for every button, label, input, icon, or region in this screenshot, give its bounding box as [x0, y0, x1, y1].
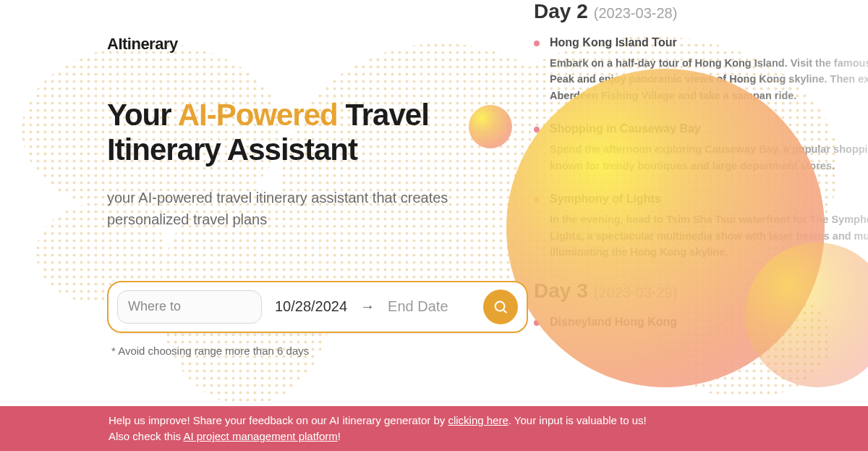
page-title: Your AI-Powered Travel Itinerary Assista… — [107, 98, 534, 168]
activity-title: Symphony of Lights — [550, 193, 868, 206]
brand-logo: AItinerary — [107, 35, 178, 54]
destination-input[interactable] — [128, 299, 251, 314]
svg-line-10 — [503, 309, 507, 313]
end-date-field[interactable]: End Date — [388, 298, 448, 315]
hero-section: Your AI-Powered Travel Itinerary Assista… — [107, 98, 534, 357]
destination-input-wrap[interactable] — [117, 290, 262, 324]
day-label: Day 3 — [534, 279, 588, 303]
feedback-banner: Help us improve! Share your feedback on … — [0, 406, 868, 451]
banner-text: Help us improve! Share your feedback on … — [109, 414, 448, 426]
search-bar: 10/28/2024 → End Date — [107, 281, 528, 333]
project-mgmt-link[interactable]: AI project management platform — [183, 430, 337, 442]
day-label: Day 2 — [534, 0, 588, 23]
itinerary-preview: Day 2 (2023-03-28) Hong Kong Island Tour… — [496, 0, 868, 347]
arrow-right-icon: → — [360, 298, 375, 315]
day-date: (2023-03-29) — [594, 284, 678, 301]
activity-title: Disneyland Hong Kong — [550, 316, 868, 329]
headline-pre: Your — [107, 98, 178, 132]
activity-item: Shopping in Causeway Bay Spend the after… — [550, 122, 868, 174]
activity-item: Symphony of Lights In the evening, head … — [550, 193, 868, 260]
activity-item: Hong Kong Island Tour Embark on a half-d… — [550, 36, 868, 104]
page-subtitle: your AI-powered travel itinerary assista… — [107, 187, 454, 230]
feedback-link[interactable]: clicking here — [448, 414, 508, 426]
activity-body: In the evening, head to Tsim Sha Tsui wa… — [550, 211, 868, 260]
activity-title: Hong Kong Island Tour — [550, 36, 868, 49]
activity-title: Shopping in Causeway Bay — [550, 122, 868, 135]
day-block-2: Day 2 (2023-03-28) Hong Kong Island Tour… — [496, 0, 868, 261]
day-block-3: Day 3 (2023-03-29) Disneyland Hong Kong — [496, 279, 868, 329]
day-date: (2023-03-28) — [594, 5, 678, 22]
search-button[interactable] — [483, 290, 518, 324]
headline-accent: AI-Powered — [178, 98, 338, 132]
start-date-field[interactable]: 10/28/2024 — [275, 298, 347, 315]
banner-text: . Your input is valuable to us! — [509, 414, 647, 426]
banner-text: ! — [338, 430, 341, 442]
activity-body: Spend the afternoon exploring Causeway B… — [550, 141, 868, 174]
date-range-disclaimer: * Avoid choosing range more than 6 days — [111, 345, 534, 357]
svg-point-9 — [495, 301, 505, 311]
search-icon — [493, 299, 509, 315]
banner-text: Also check this — [109, 430, 183, 442]
activity-item: Disneyland Hong Kong — [550, 316, 868, 329]
activity-body: Embark on a half-day tour of Hong Kong I… — [550, 55, 868, 104]
